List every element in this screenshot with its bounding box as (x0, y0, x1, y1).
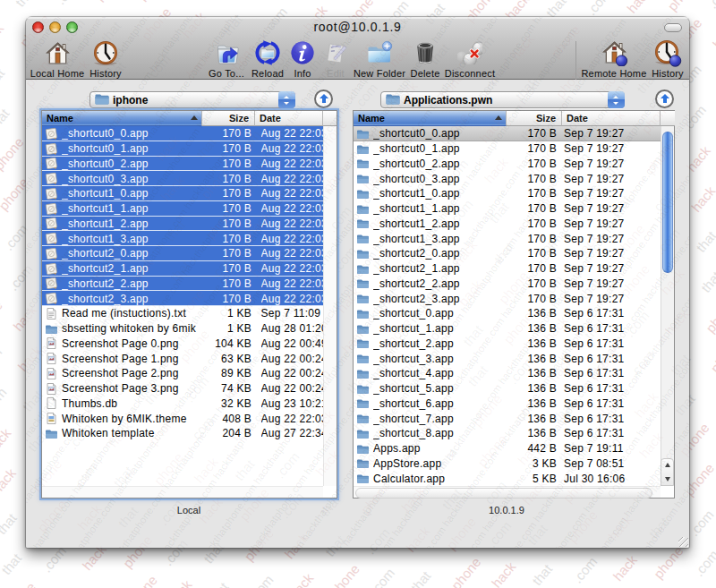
svg-text:hackthatphone.com hackthatphon: hackthatphone.com hackthatphone.com hack… (686, 510, 716, 588)
svg-text:phone: phone (707, 337, 716, 376)
svg-text:.com: .com (38, 543, 69, 575)
svg-text:phone: phone (448, 554, 484, 588)
svg-text:phone: phone (0, 298, 5, 337)
svg-text:that: that (698, 268, 716, 295)
svg-text:that: that (529, 561, 556, 588)
svg-text:.com: .com (38, 543, 69, 575)
svg-text:.com: .com (691, 547, 716, 579)
svg-text:hack: hack (0, 425, 14, 457)
svg-text:hack: hack (0, 425, 14, 457)
svg-text:.com: .com (0, 345, 4, 377)
svg-text:.com: .com (44, 584, 74, 588)
svg-text:phone: phone (133, 0, 169, 3)
svg-text:.com: .com (246, 572, 277, 588)
svg-text:that: that (13, 0, 39, 10)
svg-text:phone: phone (703, 297, 716, 336)
svg-text:phone: phone (703, 297, 716, 336)
svg-text:.com: .com (53, 0, 83, 7)
svg-text:that: that (0, 64, 8, 92)
svg-text:hack: hack (489, 558, 519, 588)
svg-text:phone: phone (651, 543, 686, 582)
svg-text:.com: .com (246, 572, 277, 588)
svg-text:phone: phone (3, 579, 38, 588)
svg-text:that: that (693, 227, 716, 255)
svg-text:.com: .com (569, 554, 600, 586)
svg-text:.com: .com (712, 384, 716, 416)
svg-text:phone: phone (0, 134, 27, 173)
svg-text:that: that (0, 64, 8, 92)
svg-text:that: that (13, 0, 39, 10)
svg-text:hack: hack (0, 0, 2, 12)
svg-text:phone: phone (124, 573, 160, 588)
svg-text:.com: .com (174, 0, 204, 1)
svg-text:hack: hack (0, 465, 19, 498)
svg-text:.com: .com (367, 566, 397, 588)
svg-text:hack: hack (624, 0, 654, 16)
svg-text:hack: hack (0, 465, 19, 498)
svg-text:.com: .com (367, 566, 397, 588)
svg-text:that: that (698, 268, 716, 295)
svg-text:phone: phone (133, 0, 169, 3)
svg-text:hack: hack (93, 0, 124, 5)
svg-text:phone: phone (0, 298, 5, 337)
svg-text:phone: phone (707, 337, 716, 376)
svg-text:.com: .com (584, 0, 614, 18)
svg-text:phone: phone (655, 584, 691, 588)
svg-text:.com: .com (704, 0, 716, 12)
svg-text:hack: hack (165, 576, 195, 588)
svg-text:.com: .com (686, 507, 716, 539)
svg-text:.com: .com (686, 507, 716, 539)
svg-text:.com: .com (569, 554, 600, 586)
svg-text:that: that (407, 567, 434, 588)
svg-text:phone: phone (3, 579, 38, 588)
svg-text:that: that (407, 567, 434, 588)
svg-text:hack: hack (286, 570, 317, 588)
svg-text:phone: phone (448, 554, 484, 588)
svg-text:phone: phone (327, 561, 362, 588)
svg-text:.com: .com (704, 0, 716, 12)
svg-text:phone: phone (0, 134, 27, 173)
svg-text:phone: phone (124, 573, 160, 588)
svg-text:hack: hack (0, 0, 2, 12)
svg-text:hack: hack (165, 576, 195, 588)
svg-text:that: that (205, 579, 232, 588)
svg-text:phone: phone (664, 0, 700, 13)
svg-text:.com: .com (0, 385, 10, 417)
svg-text:phone: phone (664, 0, 700, 13)
svg-text:hack: hack (489, 558, 519, 588)
svg-text:.com: .com (174, 0, 204, 1)
svg-text:phone: phone (655, 584, 691, 588)
svg-text:hack: hack (0, 21, 6, 53)
svg-text:hack: hack (688, 183, 716, 215)
svg-text:.com: .com (44, 584, 74, 588)
svg-text:hack: hack (0, 21, 6, 53)
svg-text:that: that (0, 550, 25, 578)
svg-text:hack: hack (624, 0, 654, 16)
svg-text:.com: .com (691, 547, 716, 579)
svg-text:.com: .com (712, 384, 716, 416)
svg-text:hack: hack (286, 570, 317, 588)
svg-text:that: that (693, 227, 716, 255)
svg-text:hack: hack (688, 183, 716, 215)
svg-text:.com: .com (0, 345, 4, 377)
svg-text:phone: phone (651, 543, 686, 582)
svg-text:that: that (0, 105, 13, 132)
svg-text:hack: hack (610, 552, 641, 584)
svg-text:that: that (205, 579, 232, 588)
svg-text:.com: .com (53, 0, 83, 7)
svg-text:that: that (0, 510, 20, 538)
svg-text:.com: .com (584, 0, 614, 18)
svg-text:that: that (0, 550, 25, 578)
svg-text:that: that (529, 561, 556, 588)
svg-text:that: that (0, 510, 20, 538)
svg-text:.com: .com (0, 385, 10, 417)
svg-text:that: that (0, 105, 13, 132)
svg-text:hack: hack (93, 0, 124, 5)
svg-text:phone: phone (327, 561, 362, 588)
svg-text:hack: hack (610, 552, 641, 584)
